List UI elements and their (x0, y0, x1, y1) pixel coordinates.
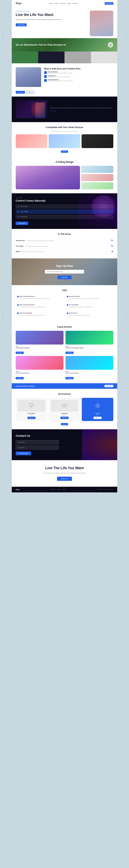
acc-name-1: VR Controller (18, 413, 45, 414)
nav-home[interactable]: Home (49, 3, 53, 4)
compatible-section: Compatible with Your Smart Devices Works… (12, 122, 117, 157)
hero-text-block: New Collection Live the Life You Want. E… (16, 11, 90, 26)
compat-card-1 (16, 134, 47, 148)
article-btn-3[interactable]: Read More (16, 377, 24, 379)
control-option-2[interactable]: Hand Tracking (16, 210, 113, 214)
wear-shop-button[interactable]: Shop Now (26, 91, 35, 94)
compatible-cta-button[interactable]: View All (61, 150, 68, 153)
article-card-4: News Why Your First Support June 1, 2024… (66, 356, 113, 379)
acc-add-button-3[interactable]: Add to Cart (93, 417, 101, 419)
article-cat-4: News (66, 371, 113, 372)
faq-question-6[interactable]: Return Policy? (67, 312, 112, 314)
wear-section: Wear it with Ease and Comfort Ever. Ultr… (12, 63, 117, 91)
right-dot-1 (126, 106, 127, 107)
faq-title: FAQ (16, 289, 113, 291)
acc-card-3: Lens Kit $39.99 Add to Cart (82, 398, 113, 421)
contact-name-input[interactable] (16, 440, 59, 444)
faq-icon-5 (17, 312, 19, 314)
fitting-section: A Fitting Design (12, 157, 117, 193)
hero-tag: New Collection (16, 11, 88, 12)
footer-link-privacy[interactable]: Privacy (51, 489, 55, 490)
svg-point-0 (30, 403, 33, 406)
signup-cta-button[interactable]: Subscribe (57, 276, 71, 279)
article-title-4: Why Your First Support (66, 372, 113, 374)
press-quote-1: The most immersive VR headset we've ever… (25, 240, 111, 241)
press-pub-1: TechCrunch (16, 240, 25, 242)
signup-email-input[interactable] (45, 270, 84, 274)
nav-logo: Ōnyx (16, 2, 22, 5)
dark-vr-link[interactable]: Learn More (50, 110, 113, 112)
fitting-title: A Fitting Design (16, 161, 113, 163)
faq-item-4: Is It Compatible? Compatible with iOS, A… (65, 303, 113, 310)
hero-title: Live the Life You Want. (16, 13, 88, 17)
nav-contact[interactable]: Contact (72, 3, 77, 4)
final-cta-button[interactable]: Shop Now (57, 477, 72, 481)
left-marker-1 (3, 33, 3, 39)
acc-card-1: VR Controller $49.99 Add to Cart (16, 398, 47, 421)
acc-product-icon-1 (29, 403, 34, 409)
nav-blog[interactable]: Blog (68, 3, 71, 4)
faq-answer-1: Our universal support team is available … (17, 298, 62, 300)
wear-features-list: Ultra Lightweight Designed to be worn al… (44, 71, 113, 82)
footer: Ōnyx Privacy Terms Contact © 2024 Onyx V… (12, 487, 117, 492)
compat-image-1 (16, 134, 47, 148)
faq-question-5[interactable]: What About Shipping? (17, 312, 62, 314)
left-marker-4 (3, 453, 3, 459)
wear-buttons: Learn More Shop Now (12, 91, 117, 97)
adventure-section: Go on Adventures You've Only Dreamt of. (12, 38, 117, 52)
nav-cta-button[interactable]: Buy Now (105, 2, 113, 5)
faq-question-2[interactable]: How Does It Work? (67, 296, 112, 297)
article-btn-1[interactable]: Read More (16, 351, 24, 354)
wear-content-block: Wear it with Ease and Comfort Ever. Ultr… (44, 67, 113, 82)
press-logo-3: W (112, 251, 113, 253)
press-quote-2: A revolutionary step forward for virtual… (23, 246, 111, 247)
accessories-grid: VR Controller $49.99 Add to Cart Head St… (16, 398, 113, 421)
accessories-cta-wrapper: View All (16, 423, 113, 425)
svg-point-5 (97, 405, 99, 407)
fitting-main-image (16, 166, 80, 189)
press-logo-2: TV (111, 245, 113, 247)
acc-product-icon-2 (61, 403, 68, 409)
hero-cta-button[interactable]: Get Started (16, 23, 27, 26)
article-btn-4[interactable]: Read More (66, 377, 74, 379)
right-dot-3 (126, 385, 127, 386)
faq-question-4[interactable]: Is It Compatible? (67, 304, 112, 306)
press-pub-2: The Verge (16, 245, 23, 247)
wear-learn-button[interactable]: Learn More (16, 91, 25, 94)
article-meta-1: June 12, 2024 (16, 349, 63, 350)
article-image-4 (66, 356, 113, 370)
faq-question-3[interactable]: What Is Technical Support? (17, 304, 62, 306)
grid-cell-4 (91, 52, 118, 63)
left-marker-2 (3, 173, 3, 179)
accessories-view-all-button[interactable]: View All (61, 423, 68, 425)
compatible-title: Compatible with Your Smart Devices (16, 126, 113, 128)
footer-link-contact[interactable]: Contact (61, 489, 66, 490)
control-cta-button[interactable]: Learn More (16, 222, 28, 225)
faq-question-1[interactable]: What Is Universal Support? (17, 296, 62, 297)
footer-link-terms[interactable]: Terms (57, 489, 60, 490)
press-row-1: TechCrunch The most immersive VR headset… (16, 238, 113, 243)
acc-add-button-2[interactable]: Add to Cart (60, 417, 69, 419)
compatible-grid (16, 134, 113, 148)
articles-title: Latest Articles (16, 326, 113, 328)
acc-add-button-1[interactable]: Add to Cart (28, 417, 36, 419)
article-meta-2: June 8, 2024 (66, 349, 113, 350)
contact-submit-button[interactable]: Send Message (16, 452, 31, 455)
article-cat-3: Guide (16, 371, 63, 372)
compatible-cta-wrapper: View All (16, 150, 113, 153)
contact-email-input[interactable] (16, 445, 59, 450)
wear-image (16, 67, 41, 87)
article-btn-2[interactable]: Read More (66, 351, 74, 354)
control-option-dot-1 (18, 206, 19, 207)
promo-cta-button[interactable]: Shop Now (104, 385, 113, 387)
control-option-3[interactable]: Eye Tracking (16, 215, 113, 219)
control-option-1[interactable]: Voice Control (16, 205, 113, 209)
wear-feature-desc-1: Designed to be worn all day without fati… (48, 72, 73, 74)
article-card-3: Guide Control Comes Security June 5, 202… (16, 356, 63, 379)
nav-about[interactable]: About (55, 3, 58, 4)
faq-item-2: How Does It Work? Simply put on the head… (65, 294, 113, 301)
footer-copyright: © 2024 Onyx VR. All rights reserved. (97, 489, 114, 490)
acc-price-3: $39.99 (84, 414, 111, 415)
nav-products[interactable]: Products (60, 3, 66, 4)
promo-banner: Processing Orders All Spring Shop Now (12, 383, 117, 389)
